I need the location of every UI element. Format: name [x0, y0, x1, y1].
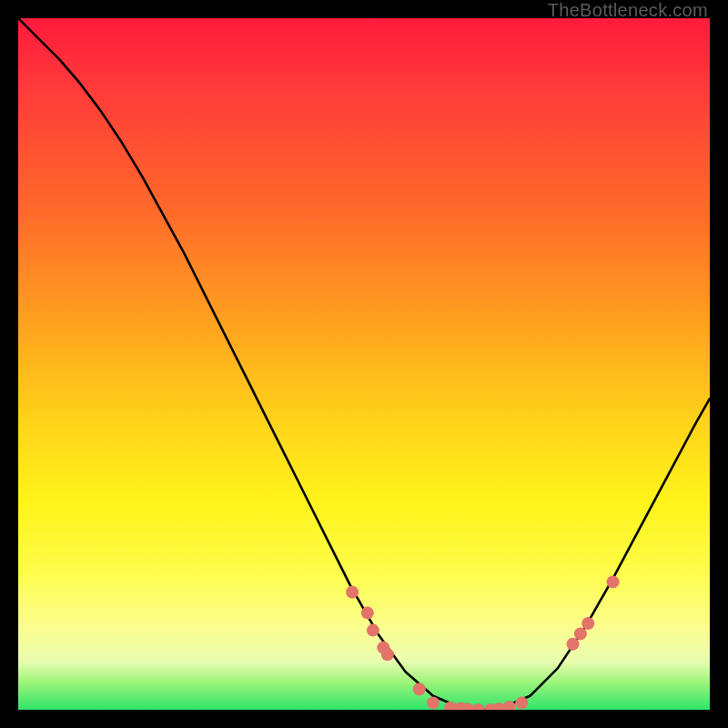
- data-point: [607, 575, 620, 588]
- data-point: [567, 638, 580, 651]
- bottleneck-curve: [18, 18, 710, 710]
- chart-svg: [18, 18, 710, 710]
- plot-area: [18, 18, 710, 710]
- data-point: [515, 696, 528, 709]
- chart-frame: TheBottleneck.com: [0, 0, 728, 728]
- data-point: [381, 648, 394, 661]
- data-point: [346, 586, 359, 599]
- data-point: [471, 703, 484, 710]
- data-point: [574, 627, 587, 640]
- data-point: [427, 696, 440, 709]
- data-point: [361, 607, 374, 620]
- data-point: [581, 617, 594, 630]
- data-point: [413, 682, 426, 695]
- data-point: [367, 624, 379, 637]
